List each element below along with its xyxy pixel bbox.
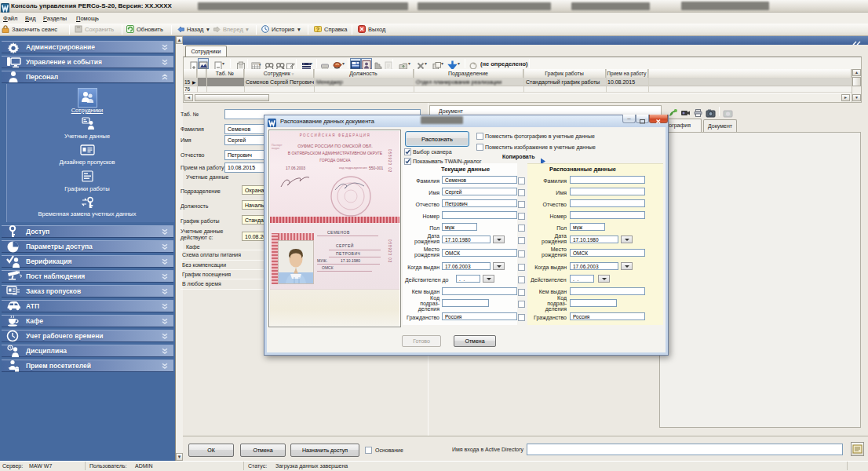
svg-text:?: ? bbox=[316, 27, 319, 32]
